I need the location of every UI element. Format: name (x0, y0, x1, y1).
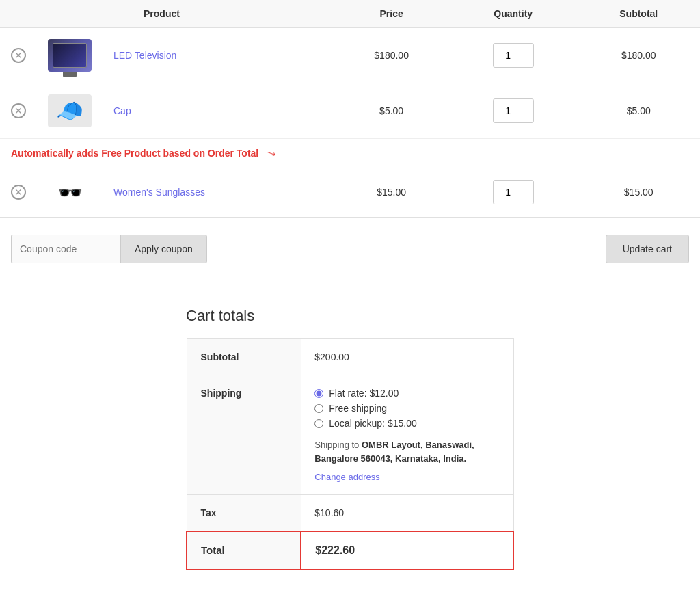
table-row: ✕ 🧢 Cap $5.00 $5.00 (0, 83, 700, 139)
table-row: ✕ 🕶️ Women's Sunglasses $15.00 $15.00 (0, 168, 700, 217)
led-tv-link[interactable]: LED Television (113, 50, 176, 61)
remove-sunglasses-button[interactable]: ✕ (11, 185, 26, 200)
totals-table: Subtotal $200.00 Shipping Flat rate: $12… (186, 338, 514, 570)
remove-led-tv-button[interactable]: ✕ (11, 48, 26, 63)
sunglasses-link[interactable]: Women's Sunglasses (113, 187, 205, 198)
apply-coupon-button[interactable]: Apply coupon (120, 235, 207, 263)
free-shipping-radio[interactable] (314, 404, 323, 413)
free-product-notice-row: Automatically adds Free Product based on… (0, 139, 700, 168)
tax-value: $10.60 (301, 495, 513, 532)
cap-price: $5.00 (334, 83, 448, 139)
sunglasses-thumbnail: 🕶️ (48, 178, 92, 206)
total-value: $222.60 (301, 531, 513, 570)
shipping-address: Shipping to OMBR Layout, Banaswadi, Bang… (314, 438, 499, 465)
free-shipping-label: Free shipping (329, 403, 387, 414)
list-item: Flat rate: $12.00 (314, 388, 499, 399)
led-tv-thumbnail (48, 39, 92, 72)
shipping-label: Shipping (187, 375, 301, 495)
subtotal-value: $200.00 (301, 339, 513, 375)
total-label: Total (187, 531, 301, 570)
total-row: Total $222.60 (187, 531, 513, 570)
coupon-input[interactable] (11, 235, 120, 263)
tax-label: Tax (187, 495, 301, 532)
cart-totals-box: Cart totals Subtotal $200.00 Shipping (186, 307, 514, 570)
change-address-link[interactable]: Change address (314, 472, 499, 482)
tax-row: Tax $10.60 (187, 495, 513, 532)
list-item: Free shipping (314, 403, 499, 414)
local-pickup-radio[interactable] (314, 419, 323, 428)
cart-table: Product Price Quantity Subtotal ✕ LED Te… (0, 0, 700, 217)
cart-totals-section: Cart totals Subtotal $200.00 Shipping (0, 280, 700, 598)
cap-subtotal: $5.00 (578, 83, 701, 139)
cart-actions: Apply coupon Update cart (0, 217, 700, 280)
cap-thumbnail: 🧢 (48, 94, 92, 127)
shipping-row: Shipping Flat rate: $12.00 Free shipping (187, 375, 513, 495)
coupon-section: Apply coupon (11, 235, 207, 263)
red-arrow-icon: → (261, 142, 282, 164)
cart-totals-title: Cart totals (186, 307, 514, 325)
subtotal-label: Subtotal (187, 339, 301, 375)
subtotal-header: Subtotal (578, 0, 701, 28)
sunglasses-subtotal: $15.00 (578, 168, 701, 217)
cap-quantity-input[interactable] (493, 98, 534, 123)
price-header: Price (334, 0, 448, 28)
product-header: Product (103, 0, 334, 28)
shipping-city: OMBR Layout, Banaswadi, Bangalore 560043… (314, 440, 474, 464)
flat-rate-label: Flat rate: $12.00 (329, 388, 399, 399)
sunglasses-quantity-input[interactable] (493, 180, 534, 204)
list-item: Local pickup: $15.00 (314, 418, 499, 429)
quantity-header: Quantity (449, 0, 578, 28)
subtotal-row: Subtotal $200.00 (187, 339, 513, 375)
remove-cap-button[interactable]: ✕ (11, 103, 26, 118)
cap-link[interactable]: Cap (113, 105, 131, 116)
flat-rate-radio[interactable] (314, 389, 323, 398)
led-tv-quantity-input[interactable] (493, 43, 534, 68)
sunglasses-price: $15.00 (334, 168, 448, 217)
local-pickup-label: Local pickup: $15.00 (329, 418, 416, 429)
led-tv-subtotal: $180.00 (578, 28, 701, 83)
led-tv-price: $180.00 (334, 28, 448, 83)
table-row: ✕ LED Television $180.00 $180.00 (0, 28, 700, 83)
shipping-options-cell: Flat rate: $12.00 Free shipping Local pi… (301, 375, 513, 495)
free-product-notice: Automatically adds Free Product based on… (11, 144, 689, 162)
update-cart-button[interactable]: Update cart (606, 235, 689, 263)
shipping-options-list: Flat rate: $12.00 Free shipping Local pi… (314, 388, 499, 429)
